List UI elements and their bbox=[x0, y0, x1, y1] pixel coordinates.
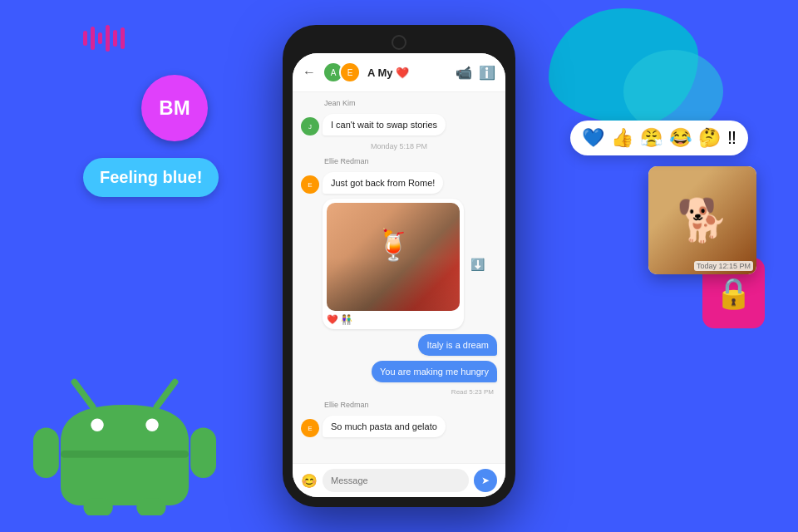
timestamp-1: Monday 5:18 PM bbox=[301, 142, 497, 150]
message-row-1: J I can't wait to swap stories bbox=[301, 114, 497, 135]
svg-rect-6 bbox=[190, 428, 216, 479]
phone-mockup: ← A E A My ❤️ 📹 ℹ️ Jean Kim J I can't bbox=[283, 25, 515, 507]
wave-bar-4 bbox=[106, 25, 110, 52]
bm-badge: BM bbox=[141, 75, 208, 141]
chat-header: ← A E A My ❤️ 📹 ℹ️ bbox=[293, 53, 505, 92]
chat-title: A My ❤️ bbox=[367, 66, 449, 79]
svg-rect-5 bbox=[33, 428, 59, 479]
svg-point-1 bbox=[91, 419, 103, 431]
wave-bar-1 bbox=[83, 31, 87, 46]
avatar-jean: J bbox=[301, 117, 319, 135]
svg-line-3 bbox=[75, 382, 93, 407]
send-button[interactable]: ➤ bbox=[474, 469, 497, 492]
emoji-reaction-bar[interactable]: 💙 👍 😤 😂 🤔 ‼️ bbox=[570, 121, 748, 155]
emoji-angry[interactable]: 😤 bbox=[640, 127, 663, 149]
emoji-laugh[interactable]: 😂 bbox=[669, 127, 692, 149]
emoji-button[interactable]: 😊 bbox=[301, 473, 318, 489]
photo-reactions[interactable]: ❤️ 👫 bbox=[327, 314, 460, 325]
emoji-thumbs-up[interactable]: 👍 bbox=[611, 127, 633, 149]
photo-message: ❤️ 👫 ⬇️ bbox=[323, 199, 464, 329]
phone-camera bbox=[392, 35, 406, 50]
bubble-2: Just got back from Rome! bbox=[323, 172, 443, 194]
photo-image bbox=[327, 203, 460, 311]
avatar-second: E bbox=[339, 62, 361, 83]
bubble-1: I can't wait to swap stories bbox=[323, 114, 446, 135]
svg-line-4 bbox=[157, 382, 175, 407]
emoji-exclaim[interactable]: ‼️ bbox=[727, 127, 736, 149]
dog-card-timestamp: Today 12:15 PM bbox=[694, 261, 753, 271]
message-list: Jean Kim J I can't wait to swap stories … bbox=[293, 92, 505, 463]
message-row-3: E So much pasta and gelato bbox=[301, 416, 497, 437]
video-call-icon[interactable]: 📹 bbox=[456, 65, 472, 81]
download-icon[interactable]: ⬇️ bbox=[470, 258, 485, 271]
message-row-sent-2: You are making me hungry bbox=[301, 361, 497, 382]
wave-bar-5 bbox=[113, 30, 117, 47]
read-status: Read 5:23 PM bbox=[301, 388, 494, 396]
wave-bar-2 bbox=[91, 27, 95, 50]
svg-rect-8 bbox=[136, 498, 165, 515]
bubble-sent-2: You are making me hungry bbox=[372, 361, 497, 382]
dog-image: 🐕 Today 12:15 PM bbox=[648, 166, 756, 274]
phone-screen: ← A E A My ❤️ 📹 ℹ️ Jean Kim J I can't bbox=[293, 53, 505, 497]
avatar-group: A E bbox=[323, 62, 361, 83]
sender-jean-kim: Jean Kim bbox=[324, 99, 497, 107]
emoji-heart[interactable]: 💙 bbox=[582, 127, 604, 149]
android-logo bbox=[33, 349, 216, 515]
reaction-heart[interactable]: ❤️ bbox=[327, 314, 338, 325]
avatar-ellie-2: E bbox=[301, 419, 319, 437]
emoji-think[interactable]: 🤔 bbox=[698, 127, 721, 149]
svg-point-2 bbox=[145, 419, 158, 431]
wave-bar-6 bbox=[121, 27, 125, 49]
svg-rect-9 bbox=[61, 451, 189, 458]
chat-input-bar: 😊 ➤ bbox=[293, 463, 505, 497]
bubble-sent-1: Italy is a dream bbox=[418, 334, 497, 356]
svg-rect-7 bbox=[84, 498, 113, 515]
sound-wave-decoration bbox=[83, 25, 125, 52]
wave-bar-3 bbox=[98, 32, 102, 44]
message-row-2: E Just got back from Rome! bbox=[301, 172, 497, 194]
message-input[interactable] bbox=[323, 469, 469, 492]
back-button[interactable]: ← bbox=[303, 65, 316, 80]
avatar-ellie: E bbox=[301, 175, 319, 194]
bubble-3: So much pasta and gelato bbox=[323, 416, 446, 437]
sender-ellie: Ellie Redman bbox=[324, 157, 497, 165]
header-actions: 📹 ℹ️ bbox=[456, 65, 495, 81]
message-row-sent-1: Italy is a dream bbox=[301, 334, 497, 356]
reaction-people[interactable]: 👫 bbox=[341, 314, 352, 325]
feeling-blue-bubble: Feeling blue! bbox=[83, 158, 219, 197]
dog-photo-card: 🐕 Today 12:15 PM bbox=[648, 166, 756, 274]
sender-ellie-2: Ellie Redman bbox=[324, 401, 497, 409]
info-icon[interactable]: ℹ️ bbox=[479, 65, 495, 81]
